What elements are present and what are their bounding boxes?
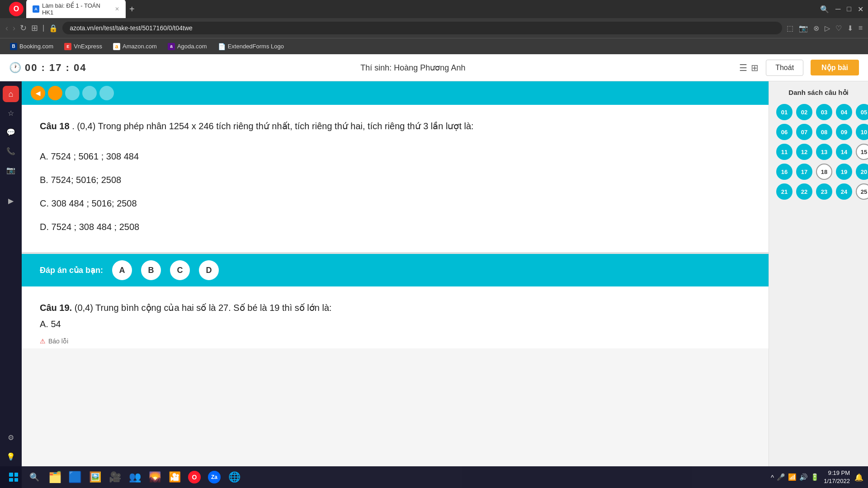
grid-view-icon[interactable]: ⊞ [751,62,759,73]
bookmark-vnexpress[interactable]: E VnExpress [60,41,107,52]
q-num-10[interactable]: 10 [856,124,868,140]
q-num-05[interactable]: 05 [856,104,868,120]
q19-body: Trung bình cộng của hai số là 27. Số bé … [95,303,332,313]
menu-icon[interactable]: ≡ [859,24,863,32]
answer-choice-c[interactable]: C [170,260,190,280]
heart-icon[interactable]: ♡ [835,24,842,33]
bookmarks-bar: B Booking.com E VnExpress a Amazon.com a… [0,38,868,54]
q-num-16[interactable]: 16 [776,164,793,180]
booking-favicon: B [10,43,17,50]
battery-icon[interactable]: 🔋 [811,473,819,481]
maximize-icon[interactable]: □ [847,5,851,13]
q-num-15[interactable]: 15 [856,144,868,160]
q-num-12[interactable]: 12 [796,144,812,160]
address-input[interactable] [62,22,782,34]
taskbar-search-button[interactable]: 🔍 [26,469,42,485]
taskbar-opera[interactable]: O [185,468,203,486]
q-num-22[interactable]: 22 [796,183,812,200]
q-num-01[interactable]: 01 [776,104,793,120]
q-num-23[interactable]: 23 [816,183,832,200]
reload-button[interactable]: ↻ [20,23,27,33]
q18-option-d[interactable]: D. 7524 ; 308 484 ; 2508 [40,215,750,239]
minimize-icon[interactable]: ─ [835,5,840,13]
taskbar-gallery[interactable]: 🌄 [146,468,164,486]
q18-dot: . [70,121,77,131]
download-icon[interactable]: ⬇ [847,24,853,33]
q-num-13[interactable]: 13 [816,144,832,160]
taskbar-zoom[interactable]: 🎥 [106,468,124,486]
play-icon[interactable]: ▷ [825,24,830,33]
back-button[interactable]: ‹ [5,23,8,33]
q18-option-b[interactable]: B. 7524; 5016; 2508 [40,168,750,192]
answer-choice-a[interactable]: A [112,260,132,280]
volume-icon[interactable]: 🔊 [799,473,808,481]
q18-option-a[interactable]: A. 7524 ; 5061 ; 308 484 [40,145,750,168]
q-num-18[interactable]: 18 [816,164,832,180]
sidebar-messenger-icon[interactable]: 💬 [3,124,19,140]
q-num-17[interactable]: 17 [796,164,812,180]
q-num-02[interactable]: 02 [796,104,812,120]
bookmark-extended[interactable]: 📄 ExtendedForms Logo [213,41,288,52]
q-num-21[interactable]: 21 [776,183,793,200]
grid-view-button[interactable]: ⊞ [31,23,38,33]
taskbar-meet[interactable]: 🎦 [165,468,184,486]
q-num-19[interactable]: 19 [836,164,852,180]
taskbar: 🔍 🗂️ 🟦 🖼️ 🎥 👥 🌄 🎦 O Za 🌐 [0,466,868,488]
list-view-icon[interactable]: ☰ [739,62,747,73]
taskbar-date-display: 1/17/2022 [824,477,850,485]
q-num-06[interactable]: 06 [776,124,793,140]
quiz-header: 🕐 00 : 17 : 04 Thí sinh: Hoàng Phương An… [0,54,868,81]
taskbar-teams[interactable]: 🟦 [66,468,84,486]
taskbar-file-explorer[interactable]: 🗂️ [46,468,64,486]
extended-favicon: 📄 [218,43,226,50]
sidebar-whatsapp-icon[interactable]: 📞 [3,143,19,159]
screenshot-icon[interactable]: ⬚ [787,24,793,33]
q-num-14[interactable]: 14 [836,144,852,160]
q-num-11[interactable]: 11 [776,144,793,160]
q-num-20[interactable]: 20 [856,164,868,180]
q-num-04[interactable]: 04 [836,104,852,120]
chevron-up-icon[interactable]: ^ [771,474,774,481]
q-num-08[interactable]: 08 [816,124,832,140]
bookmark-booking[interactable]: B Booking.com [5,41,58,52]
q18-option-c[interactable]: C. 308 484 ; 5016; 2508 [40,192,750,215]
q-num-03[interactable]: 03 [816,104,832,120]
sidebar-help-icon[interactable]: 💡 [3,448,19,465]
bookmark-agoda[interactable]: a Agoda.com [163,41,212,52]
q-num-09[interactable]: 09 [836,124,852,140]
sidebar-star-icon[interactable]: ☆ [3,105,19,121]
search-icon[interactable]: 🔍 [820,5,829,14]
thoat-button[interactable]: Thoát [766,60,803,76]
sidebar-settings-icon[interactable]: ⚙ [3,429,19,446]
progress-circles: ◀ [31,86,114,100]
q-num-25[interactable]: 25 [856,183,868,200]
q-num-07[interactable]: 07 [796,124,812,140]
close-icon[interactable]: ✕ [858,5,863,14]
sidebar-instagram-icon[interactable]: 📷 [3,162,19,178]
forward-button[interactable]: › [13,23,15,33]
q-num-24[interactable]: 24 [836,183,852,200]
answer-choice-b[interactable]: B [141,260,161,280]
tab-close-btn[interactable]: ✕ [115,6,119,12]
mic-icon[interactable]: 🎤 [777,473,785,481]
sidebar-home-icon[interactable]: ⌂ [3,86,19,102]
network-icon[interactable]: 📶 [788,473,797,481]
notification-icon[interactable]: 🔔 [854,473,863,482]
taskbar-photos[interactable]: 🖼️ [86,468,104,486]
block-icon[interactable]: ⊗ [813,24,819,33]
bookmark-vnexpress-label: VnExpress [74,43,102,50]
new-tab-button[interactable]: + [129,4,135,14]
nop-bai-button[interactable]: Nộp bài [811,60,859,75]
camera-icon[interactable]: 📷 [799,24,808,33]
report-link[interactable]: ⚠ Báo lỗi [22,334,769,348]
bookmark-amazon[interactable]: a Amazon.com [108,41,161,52]
sidebar-player-icon[interactable]: ▶ [3,192,19,209]
taskbar-teams2[interactable]: 👥 [126,468,144,486]
taskbar-clock[interactable]: 9:19 PM 1/17/2022 [824,469,850,485]
answer-choice-d[interactable]: D [199,260,219,280]
taskbar-zalo[interactable]: Za [205,468,223,486]
q19-number: Câu 19. [40,303,72,313]
start-button[interactable] [5,468,23,486]
active-tab[interactable]: A Làm bài: ĐỀ 1 - TOÁN HK1 ✕ [26,0,126,19]
taskbar-chrome[interactable]: 🌐 [225,468,243,486]
